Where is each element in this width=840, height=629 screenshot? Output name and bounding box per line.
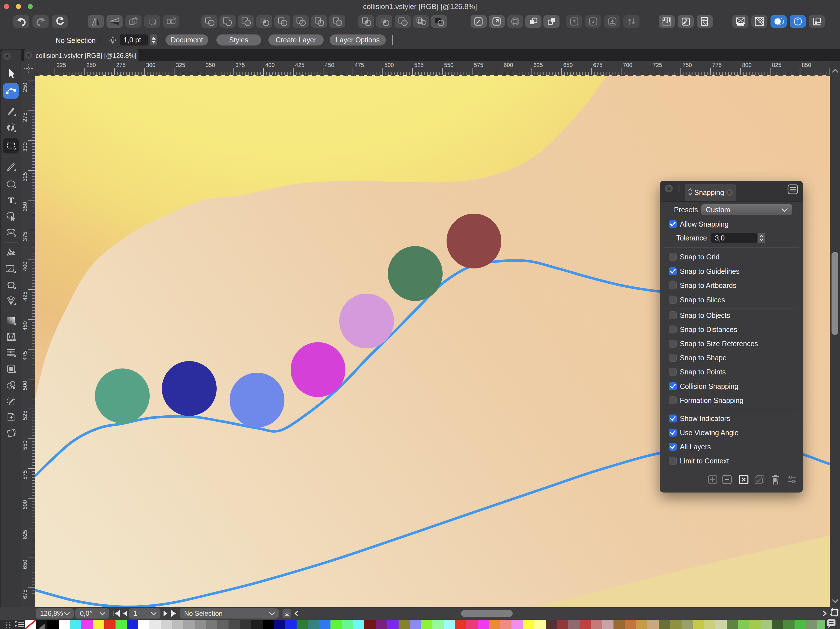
svg-text:T: T <box>8 195 14 205</box>
svg-text:425: 425 <box>22 291 28 301</box>
svg-text:600: 600 <box>22 500 28 509</box>
svg-text:825: 825 <box>772 62 781 68</box>
svg-text:750: 750 <box>682 62 692 68</box>
svg-text:550: 550 <box>444 62 453 68</box>
svg-text:775: 775 <box>712 62 722 68</box>
svg-text:350: 350 <box>22 202 28 211</box>
svg-text:350: 350 <box>205 62 215 68</box>
svg-text:500: 500 <box>22 381 28 390</box>
svg-text:300: 300 <box>22 142 28 152</box>
svg-text:300: 300 <box>146 62 155 68</box>
svg-text:475: 475 <box>22 351 28 360</box>
svg-text:650: 650 <box>563 62 573 68</box>
svg-text:675: 675 <box>593 62 602 68</box>
svg-text:450: 450 <box>22 321 28 330</box>
svg-text:375: 375 <box>235 62 245 68</box>
svg-text:850: 850 <box>802 62 811 68</box>
svg-text:325: 325 <box>176 62 185 68</box>
svg-text:250: 250 <box>22 83 28 92</box>
svg-text:525: 525 <box>22 411 28 420</box>
svg-text:700: 700 <box>623 62 632 68</box>
svg-text:725: 725 <box>653 62 662 68</box>
svg-text:625: 625 <box>534 62 543 68</box>
svg-text:800: 800 <box>742 62 751 68</box>
svg-text:275: 275 <box>22 112 28 122</box>
svg-text:225: 225 <box>57 62 66 68</box>
svg-text:625: 625 <box>22 530 28 539</box>
svg-text:275: 275 <box>116 62 125 68</box>
svg-text:525: 525 <box>414 62 424 68</box>
svg-text:400: 400 <box>22 262 28 271</box>
svg-text:475: 475 <box>355 62 364 68</box>
svg-text:250: 250 <box>87 62 96 68</box>
svg-text:425: 425 <box>295 62 305 68</box>
svg-text:450: 450 <box>325 62 334 68</box>
svg-text:375: 375 <box>22 232 28 241</box>
svg-text:400: 400 <box>265 62 275 68</box>
svg-text:325: 325 <box>22 172 28 182</box>
svg-text:500: 500 <box>384 62 394 68</box>
svg-text:575: 575 <box>22 470 28 479</box>
svg-text:675: 675 <box>22 589 28 599</box>
svg-text:650: 650 <box>22 560 28 569</box>
svg-text:600: 600 <box>504 62 513 68</box>
svg-text:575: 575 <box>474 62 483 68</box>
svg-text:550: 550 <box>22 441 28 450</box>
